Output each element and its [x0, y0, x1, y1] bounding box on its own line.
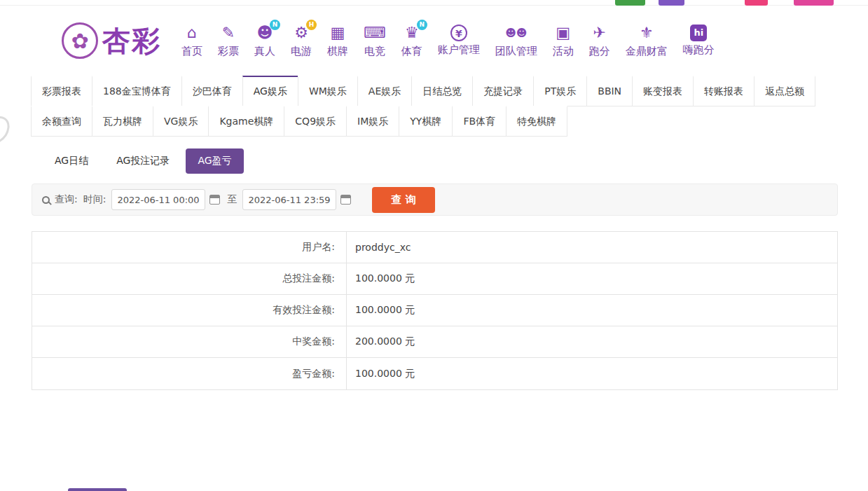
nav-item-activity[interactable]: ▣ 活动 [545, 23, 581, 58]
row-value: 100.0000 元 [347, 263, 837, 294]
tab-yy[interactable]: YY棋牌 [399, 106, 453, 137]
row-label: 总投注金额: [32, 263, 347, 294]
row-value: 100.0000 元 [347, 295, 837, 326]
nav-label: 电竞 [364, 45, 386, 58]
start-time-input[interactable] [111, 189, 205, 210]
nav-label: 棋牌 [327, 45, 348, 58]
nav-item-boardgames[interactable]: ▦ 棋牌 [319, 23, 356, 58]
end-time-input[interactable] [242, 189, 336, 210]
tab-row-2: 余额查询 瓦力棋牌 VG娱乐 Kgame棋牌 CQ9娱乐 IM娱乐 YY棋牌 F… [32, 106, 838, 137]
hot-badge: H [306, 20, 317, 30]
ticket-icon: ✎ [218, 23, 239, 43]
row-value: proddyc_xc [347, 232, 837, 263]
topbar-button-3[interactable] [745, 0, 768, 6]
new-badge: N [417, 20, 427, 30]
tab-account-change[interactable]: 账变报表 [632, 76, 694, 106]
nav-label: 团队管理 [495, 45, 537, 58]
nav-item-hi-paofen[interactable]: hi 嗨跑分 [675, 23, 722, 57]
topbar-button-1[interactable] [615, 0, 645, 6]
new-badge: N [270, 20, 280, 30]
logo-text: 杏彩 [102, 22, 161, 60]
tab-wali[interactable]: 瓦力棋牌 [92, 106, 153, 137]
hi-icon: hi [690, 25, 707, 41]
tab-balance-query[interactable]: 余额查询 [31, 106, 92, 137]
nav-label: 彩票 [218, 45, 239, 58]
nav-label: 体育 [401, 45, 422, 58]
tab-wm[interactable]: WM娱乐 [298, 76, 358, 106]
row-label: 有效投注金额: [32, 295, 347, 326]
nav-item-home[interactable]: ⌂ 首页 [174, 23, 210, 58]
nav-item-esports[interactable]: ⌨ 电竞 [356, 23, 394, 58]
time-label: 时间: [83, 193, 106, 206]
tab-ag-entertainment[interactable]: AG娱乐 [242, 76, 298, 106]
nav-item-lottery[interactable]: ✎ 彩票 [210, 23, 247, 58]
subtab-ag-daily[interactable]: AG日结 [43, 148, 100, 174]
logo[interactable]: ✿ 杏彩 [62, 22, 161, 60]
tab-transfer-report[interactable]: 转账报表 [693, 76, 755, 106]
nav-item-paofen[interactable]: ✈ 跑分 [581, 23, 618, 58]
tab-temian[interactable]: 特免棋牌 [506, 106, 567, 137]
nav-item-team-mgmt[interactable]: ☻☻ 团队管理 [488, 23, 545, 58]
nav-label: 活动 [553, 45, 574, 58]
table-row-total-bet: 总投注金额: 100.0000 元 [32, 263, 837, 295]
row-label: 盈亏金额: [32, 358, 347, 389]
tab-vg[interactable]: VG娱乐 [153, 106, 209, 137]
table-row-profit-loss: 盈亏金额: 100.0000 元 [32, 358, 837, 389]
subtab-ag-profit-loss[interactable]: AG盈亏 [186, 148, 243, 174]
nav-label: 账户管理 [438, 43, 480, 57]
query-bar: 查询: 时间: 至 查 询 [32, 184, 838, 216]
nav-label: 首页 [181, 45, 202, 58]
tab-shaba-sport[interactable]: 沙巴体育 [181, 76, 243, 106]
subtab-ag-bet-records[interactable]: AG投注记录 [104, 148, 181, 174]
tab-kgame[interactable]: Kgame棋牌 [208, 106, 284, 137]
nav-item-account-mgmt[interactable]: ¥ 账户管理 [430, 23, 488, 57]
calendar-icon[interactable] [209, 195, 220, 205]
tab-bbin[interactable]: BBIN [586, 76, 633, 106]
table-row-username: 用户名: proddyc_xc [32, 232, 837, 263]
nav-label: 电游 [291, 45, 312, 58]
tab-pt[interactable]: PT娱乐 [533, 76, 587, 106]
nav-label: 真人 [254, 45, 275, 58]
wealth-icon: ⚜ [626, 23, 668, 43]
gift-icon: ▣ [553, 23, 574, 43]
row-value: 100.0000 元 [347, 358, 837, 389]
topbar-button-2[interactable] [659, 0, 684, 6]
nav-item-live[interactable]: N ☻ 真人 [247, 23, 283, 58]
nav-item-wealth[interactable]: ⚜ 金鼎财富 [618, 23, 675, 58]
tab-im[interactable]: IM娱乐 [346, 106, 399, 137]
row-label: 用户名: [32, 232, 347, 263]
tiles-icon: ▦ [327, 23, 348, 43]
sub-tabs: AG日结 AG投注记录 AG盈亏 [32, 148, 838, 174]
team-icon: ☻☻ [495, 23, 537, 43]
main-content: 彩票报表 188金宝博体育 沙巴体育 AG娱乐 WM娱乐 AE娱乐 日结总览 充… [32, 76, 838, 390]
gamepad-icon: ⌨ [364, 23, 386, 43]
header: ✿ 杏彩 ⌂ 首页 ✎ 彩票 N ☻ 真人 H ⚙ 电游 ▦ 棋牌 ⌨ 电竞 [0, 6, 868, 76]
home-icon: ⌂ [181, 23, 202, 43]
speed-icon: ✈ [589, 23, 610, 43]
logo-flower-icon: ✿ [62, 22, 98, 59]
topbar-button-4[interactable] [794, 0, 834, 6]
watermark-swirl-icon [0, 112, 13, 151]
search-icon [42, 196, 50, 204]
tab-deposit-withdraw[interactable]: 充提记录 [472, 76, 534, 106]
tab-ae[interactable]: AE娱乐 [357, 76, 412, 106]
tab-fb-sport[interactable]: FB体育 [452, 106, 507, 137]
calendar-icon[interactable] [340, 195, 351, 205]
nav-label: 金鼎财富 [626, 45, 668, 58]
query-button[interactable]: 查 询 [372, 187, 434, 213]
nav-item-sports[interactable]: N ♛ 体育 [394, 23, 430, 58]
table-row-win-amount: 中奖金额: 200.0000 元 [32, 326, 837, 358]
tab-lottery-report[interactable]: 彩票报表 [31, 76, 92, 106]
nav-item-egames[interactable]: H ⚙ 电游 [283, 23, 319, 58]
tab-rebate-total[interactable]: 返点总额 [754, 76, 815, 106]
nav-label: 跑分 [589, 45, 610, 58]
table-row-valid-bet: 有效投注金额: 100.0000 元 [32, 295, 837, 326]
tab-cq9[interactable]: CQ9娱乐 [284, 106, 347, 137]
result-table: 用户名: proddyc_xc 总投注金额: 100.0000 元 有效投注金额… [32, 231, 838, 390]
query-label: 查询: [55, 193, 78, 206]
row-label: 中奖金额: [32, 326, 347, 357]
bottom-cutoff-element [68, 488, 127, 491]
tab-row-1: 彩票报表 188金宝博体育 沙巴体育 AG娱乐 WM娱乐 AE娱乐 日结总览 充… [32, 76, 838, 106]
tab-188-sport[interactable]: 188金宝博体育 [92, 76, 182, 106]
tab-daily-summary[interactable]: 日结总览 [411, 76, 473, 106]
